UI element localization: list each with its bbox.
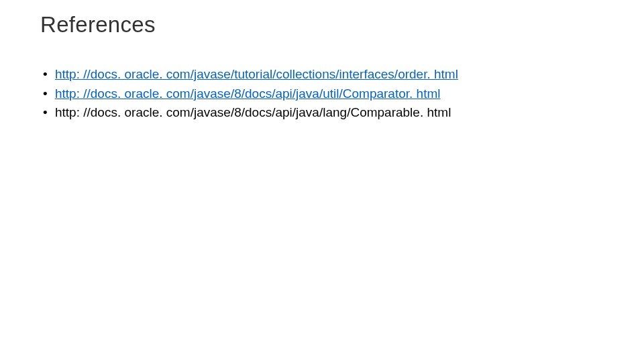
reference-link[interactable]: http: //docs. oracle. com/javase/8/docs/…	[55, 86, 441, 101]
list-item: http: //docs. oracle. com/javase/8/docs/…	[55, 104, 604, 122]
references-list: http: //docs. oracle. com/javase/tutoria…	[40, 66, 604, 122]
reference-link[interactable]: http: //docs. oracle. com/javase/tutoria…	[55, 67, 458, 81]
reference-text: http: //docs. oracle. com/javase/8/docs/…	[55, 105, 451, 119]
list-item: http: //docs. oracle. com/javase/tutoria…	[55, 66, 604, 84]
page-title: References	[40, 12, 604, 38]
list-item: http: //docs. oracle. com/javase/8/docs/…	[55, 85, 604, 103]
